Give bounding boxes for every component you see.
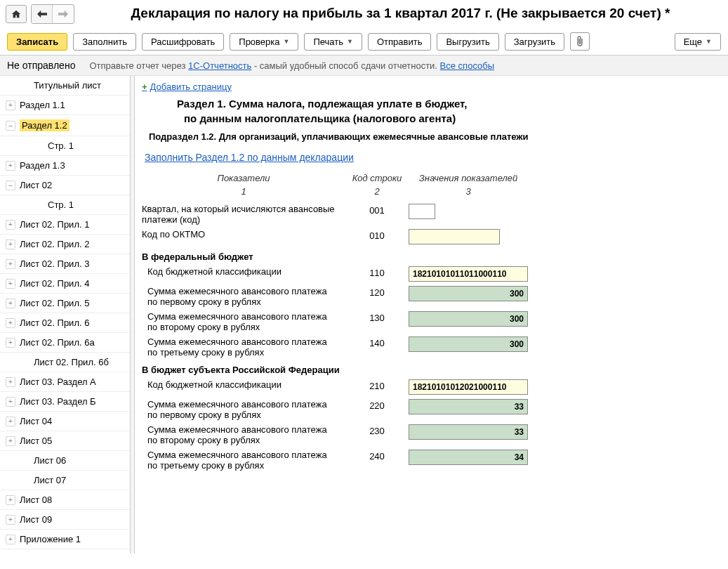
expand-icon[interactable]: + <box>6 318 15 328</box>
tree-spacer <box>20 358 29 367</box>
section-tree[interactable]: Титульный лист+Раздел 1.1–Раздел 1.2Стр.… <box>0 76 131 554</box>
row-001: Квартал, на который исчисляются авансовы… <box>142 204 720 225</box>
tree-item[interactable]: +Раздел 1.1 <box>0 96 130 115</box>
expand-icon[interactable]: + <box>6 397 15 407</box>
export-button[interactable]: Выгрузить <box>437 33 498 51</box>
tree-item-label: Лист 02. Прил. 1 <box>20 219 89 230</box>
attachment-button[interactable] <box>570 32 590 51</box>
collapse-icon[interactable]: – <box>6 181 15 190</box>
tree-item-label: Лист 04 <box>20 416 52 426</box>
tree-item[interactable]: –Лист 02 <box>0 176 130 195</box>
tree-item[interactable]: +Лист 02. Прил. 1 <box>0 215 130 235</box>
row-010: Код по ОКТМО 010 <box>142 229 720 244</box>
tree-item-label: Лист 02. Прил. 4 <box>20 278 89 289</box>
arrow-right-icon <box>58 10 68 18</box>
tree-item[interactable]: Лист 06 <box>0 451 130 471</box>
tree-item[interactable]: Лист 07 <box>0 471 130 490</box>
link-all-methods[interactable]: Все способы <box>440 60 494 71</box>
fill-section-link[interactable]: Заполнить Раздел 1.2 по данным деклараци… <box>145 152 354 163</box>
tree-item[interactable]: +Лист 02. Прил. 6а <box>0 333 130 353</box>
tree-item-label: Раздел 1.2 <box>20 119 70 131</box>
page-title: Декларация по налогу на прибыль за 1 ква… <box>79 3 722 25</box>
tree-item[interactable]: +Лист 02. Прил. 4 <box>0 274 130 294</box>
input-140[interactable] <box>409 336 528 352</box>
info-bar: Не отправлено Отправьте отчет через 1С-О… <box>0 55 728 76</box>
tree-item[interactable]: Стр. 1 <box>0 195 130 215</box>
toolbar: Записать Заполнить Расшифровать Проверка… <box>0 28 728 55</box>
expand-icon[interactable]: + <box>6 436 15 446</box>
tree-item[interactable]: Стр. 1 <box>0 136 130 156</box>
tree-spacer <box>34 200 44 210</box>
tree-item-label: Лист 03. Раздел Б <box>20 396 96 407</box>
tree-item-label: Лист 06 <box>34 455 66 466</box>
tree-item-label: Лист 03. Раздел А <box>20 377 96 387</box>
tree-item-label: Лист 02. Прил. 6а <box>20 337 95 348</box>
tree-item[interactable]: +Лист 02. Прил. 3 <box>0 254 130 274</box>
input-210[interactable] <box>409 379 528 395</box>
import-button[interactable]: Загрузить <box>505 33 564 51</box>
expand-icon[interactable]: + <box>6 338 15 348</box>
home-button[interactable] <box>6 5 27 23</box>
tree-item[interactable]: +Лист 08 <box>0 490 130 510</box>
tree-item[interactable]: –Раздел 1.2 <box>0 115 130 136</box>
tree-item[interactable]: +Лист 04 <box>0 412 130 431</box>
tree-item[interactable]: +Раздел 1.3 <box>0 156 130 176</box>
tree-item[interactable]: +Лист 02. Прил. 6 <box>0 313 130 333</box>
save-button[interactable]: Записать <box>7 33 67 51</box>
tree-item[interactable]: Лист 02. Прил. 6б <box>0 353 130 372</box>
add-page-link[interactable]: +Добавить страницу <box>142 81 720 92</box>
decode-button[interactable]: Расшифровать <box>142 33 224 51</box>
input-230[interactable] <box>409 424 528 440</box>
tree-item-label: Лист 02 <box>20 180 52 190</box>
row-210: Код бюджетной классификации 210 <box>147 379 720 395</box>
plus-icon: + <box>142 81 147 92</box>
tree-item-label: Лист 02. Прил. 3 <box>20 259 89 269</box>
expand-icon[interactable]: + <box>6 495 15 505</box>
tree-item[interactable]: +Лист 02. Прил. 2 <box>0 235 130 254</box>
row-130: Сумма ежемесячного авансового платежа по… <box>147 311 720 332</box>
row-230: Сумма ежемесячного авансового платежа по… <box>147 424 720 445</box>
tree-item[interactable]: +Лист 02. Прил. 5 <box>0 294 130 313</box>
expand-icon[interactable]: + <box>6 515 15 525</box>
expand-icon[interactable]: + <box>6 161 15 171</box>
input-010[interactable] <box>409 229 500 244</box>
tree-item[interactable]: +Лист 03. Раздел А <box>0 372 130 392</box>
input-240[interactable] <box>409 450 528 465</box>
info-message: Отправьте отчет через 1С-Отчетность - са… <box>89 60 494 71</box>
tree-item-label: Раздел 1.1 <box>20 100 65 110</box>
tree-item[interactable]: +Лист 09 <box>0 510 130 530</box>
more-label: Еще <box>684 37 702 47</box>
tree-item-label: Лист 09 <box>20 514 52 525</box>
expand-icon[interactable]: + <box>6 240 15 249</box>
tree-item[interactable]: +Лист 05 <box>0 431 130 451</box>
input-001[interactable] <box>409 204 435 219</box>
input-120[interactable] <box>409 286 528 301</box>
back-button[interactable] <box>32 5 53 23</box>
send-button[interactable]: Отправить <box>368 33 431 51</box>
expand-icon[interactable]: + <box>6 259 15 269</box>
more-button[interactable]: Еще▼ <box>675 33 721 51</box>
row-220: Сумма ежемесячного авансового платежа по… <box>147 399 720 420</box>
print-button[interactable]: Печать▼ <box>304 33 362 51</box>
tree-spacer <box>34 141 44 151</box>
check-button[interactable]: Проверка▼ <box>230 33 298 51</box>
tree-item[interactable]: +Приложение 1 <box>0 530 130 549</box>
tree-item-label: Лист 08 <box>20 495 52 505</box>
input-130[interactable] <box>409 311 528 327</box>
tree-item[interactable]: Титульный лист <box>0 76 130 96</box>
federal-budget-header: В федеральный бюджет <box>142 251 720 262</box>
input-220[interactable] <box>409 399 528 414</box>
link-1c-reporting[interactable]: 1С-Отчетность <box>188 60 251 71</box>
expand-icon[interactable]: + <box>6 279 15 289</box>
expand-icon[interactable]: + <box>6 377 15 387</box>
expand-icon[interactable]: + <box>6 299 15 308</box>
fill-button[interactable]: Заполнить <box>73 33 136 51</box>
expand-icon[interactable]: + <box>6 220 15 230</box>
input-110[interactable] <box>409 266 528 282</box>
tree-item[interactable]: +Лист 03. Раздел Б <box>0 392 130 412</box>
expand-icon[interactable]: + <box>6 535 15 544</box>
tree-item-label: Приложение 1 <box>20 534 81 544</box>
expand-icon[interactable]: + <box>6 100 15 110</box>
collapse-icon[interactable]: – <box>6 121 15 131</box>
expand-icon[interactable]: + <box>6 417 15 426</box>
